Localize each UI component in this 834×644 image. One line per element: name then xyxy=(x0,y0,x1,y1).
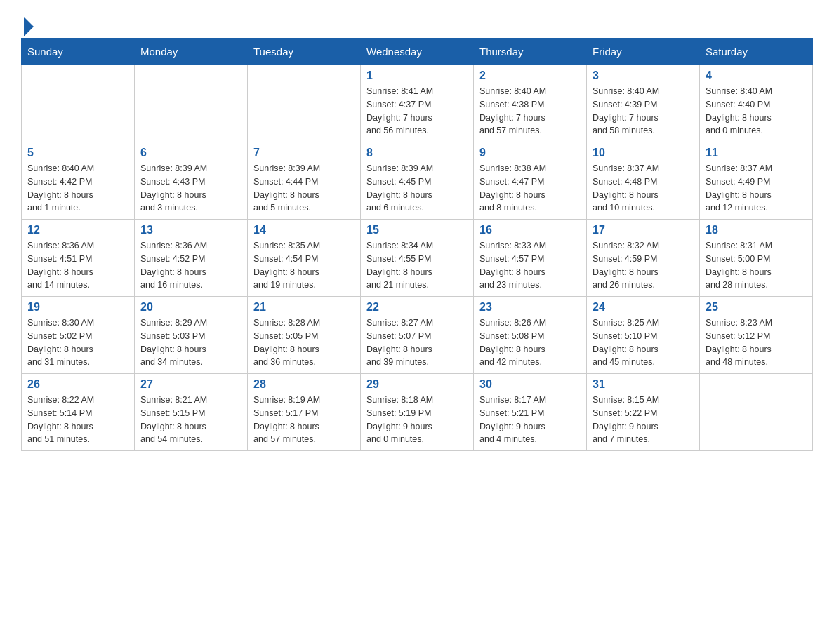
calendar-day-25: 25Sunrise: 8:23 AM Sunset: 5:12 PM Dayli… xyxy=(700,297,813,374)
day-number: 17 xyxy=(593,224,694,236)
calendar-day-4: 4Sunrise: 8:40 AM Sunset: 4:40 PM Daylig… xyxy=(700,65,813,142)
calendar-day-19: 19Sunrise: 8:30 AM Sunset: 5:02 PM Dayli… xyxy=(22,297,135,374)
day-info: Sunrise: 8:18 AM Sunset: 5:19 PM Dayligh… xyxy=(366,394,468,446)
weekday-header-row: SundayMondayTuesdayWednesdayThursdayFrid… xyxy=(22,39,813,65)
calendar-empty-cell xyxy=(135,65,248,142)
day-info: Sunrise: 8:25 AM Sunset: 5:10 PM Dayligh… xyxy=(593,316,694,369)
day-number: 7 xyxy=(253,147,355,159)
calendar-day-26: 26Sunrise: 8:22 AM Sunset: 5:14 PM Dayli… xyxy=(22,374,135,451)
calendar-day-17: 17Sunrise: 8:32 AM Sunset: 4:59 PM Dayli… xyxy=(587,220,700,297)
day-info: Sunrise: 8:40 AM Sunset: 4:42 PM Dayligh… xyxy=(27,162,128,215)
day-number: 24 xyxy=(593,301,694,314)
day-number: 21 xyxy=(253,301,355,314)
calendar-week-row: 12Sunrise: 8:36 AM Sunset: 4:51 PM Dayli… xyxy=(22,220,813,297)
day-info: Sunrise: 8:36 AM Sunset: 4:52 PM Dayligh… xyxy=(140,239,241,292)
calendar-day-29: 29Sunrise: 8:18 AM Sunset: 5:19 PM Dayli… xyxy=(361,374,474,451)
weekday-header-monday: Monday xyxy=(135,39,248,65)
day-info: Sunrise: 8:21 AM Sunset: 5:15 PM Dayligh… xyxy=(140,394,241,446)
calendar-day-24: 24Sunrise: 8:25 AM Sunset: 5:10 PM Dayli… xyxy=(587,297,700,374)
day-number: 10 xyxy=(593,147,694,159)
day-number: 14 xyxy=(253,224,355,236)
day-number: 11 xyxy=(706,147,807,159)
day-info: Sunrise: 8:22 AM Sunset: 5:14 PM Dayligh… xyxy=(27,394,128,446)
calendar-day-18: 18Sunrise: 8:31 AM Sunset: 5:00 PM Dayli… xyxy=(700,220,813,297)
calendar-day-15: 15Sunrise: 8:34 AM Sunset: 4:55 PM Dayli… xyxy=(361,220,474,297)
calendar-week-row: 19Sunrise: 8:30 AM Sunset: 5:02 PM Dayli… xyxy=(22,297,813,374)
day-info: Sunrise: 8:33 AM Sunset: 4:57 PM Dayligh… xyxy=(479,239,581,292)
page-header xyxy=(21,14,813,31)
weekday-header-friday: Friday xyxy=(587,39,700,65)
day-info: Sunrise: 8:23 AM Sunset: 5:12 PM Dayligh… xyxy=(706,316,807,369)
day-info: Sunrise: 8:39 AM Sunset: 4:43 PM Dayligh… xyxy=(140,162,241,215)
calendar-day-16: 16Sunrise: 8:33 AM Sunset: 4:57 PM Dayli… xyxy=(474,220,587,297)
weekday-header-thursday: Thursday xyxy=(474,39,587,65)
day-info: Sunrise: 8:29 AM Sunset: 5:03 PM Dayligh… xyxy=(140,316,241,369)
day-number: 18 xyxy=(706,224,807,236)
day-info: Sunrise: 8:40 AM Sunset: 4:40 PM Dayligh… xyxy=(706,85,807,137)
logo-arrow-icon xyxy=(24,17,34,36)
calendar-week-row: 5Sunrise: 8:40 AM Sunset: 4:42 PM Daylig… xyxy=(22,142,813,220)
day-info: Sunrise: 8:27 AM Sunset: 5:07 PM Dayligh… xyxy=(366,316,468,369)
day-info: Sunrise: 8:38 AM Sunset: 4:47 PM Dayligh… xyxy=(479,162,581,215)
day-info: Sunrise: 8:30 AM Sunset: 5:02 PM Dayligh… xyxy=(27,316,128,369)
day-info: Sunrise: 8:28 AM Sunset: 5:05 PM Dayligh… xyxy=(253,316,355,369)
day-info: Sunrise: 8:17 AM Sunset: 5:21 PM Dayligh… xyxy=(479,394,581,446)
day-number: 22 xyxy=(366,301,468,314)
day-info: Sunrise: 8:35 AM Sunset: 4:54 PM Dayligh… xyxy=(253,239,355,292)
calendar-day-9: 9Sunrise: 8:38 AM Sunset: 4:47 PM Daylig… xyxy=(474,142,587,220)
day-number: 27 xyxy=(140,378,241,391)
calendar-day-13: 13Sunrise: 8:36 AM Sunset: 4:52 PM Dayli… xyxy=(135,220,248,297)
day-info: Sunrise: 8:40 AM Sunset: 4:38 PM Dayligh… xyxy=(479,85,581,137)
calendar-day-10: 10Sunrise: 8:37 AM Sunset: 4:48 PM Dayli… xyxy=(587,142,700,220)
weekday-header-wednesday: Wednesday xyxy=(361,39,474,65)
day-info: Sunrise: 8:36 AM Sunset: 4:51 PM Dayligh… xyxy=(27,239,128,292)
day-number: 6 xyxy=(140,147,241,159)
day-info: Sunrise: 8:39 AM Sunset: 4:45 PM Dayligh… xyxy=(366,162,468,215)
calendar-day-12: 12Sunrise: 8:36 AM Sunset: 4:51 PM Dayli… xyxy=(22,220,135,297)
calendar-day-8: 8Sunrise: 8:39 AM Sunset: 4:45 PM Daylig… xyxy=(361,142,474,220)
day-number: 26 xyxy=(27,378,128,391)
day-info: Sunrise: 8:41 AM Sunset: 4:37 PM Dayligh… xyxy=(366,85,468,137)
day-number: 8 xyxy=(366,147,468,159)
day-info: Sunrise: 8:32 AM Sunset: 4:59 PM Dayligh… xyxy=(593,239,694,292)
day-number: 16 xyxy=(479,224,581,236)
calendar-day-20: 20Sunrise: 8:29 AM Sunset: 5:03 PM Dayli… xyxy=(135,297,248,374)
calendar-day-31: 31Sunrise: 8:15 AM Sunset: 5:22 PM Dayli… xyxy=(587,374,700,451)
calendar-day-27: 27Sunrise: 8:21 AM Sunset: 5:15 PM Dayli… xyxy=(135,374,248,451)
calendar-day-11: 11Sunrise: 8:37 AM Sunset: 4:49 PM Dayli… xyxy=(700,142,813,220)
day-number: 9 xyxy=(479,147,581,159)
calendar-week-row: 26Sunrise: 8:22 AM Sunset: 5:14 PM Dayli… xyxy=(22,374,813,451)
calendar-day-14: 14Sunrise: 8:35 AM Sunset: 4:54 PM Dayli… xyxy=(248,220,361,297)
calendar-day-28: 28Sunrise: 8:19 AM Sunset: 5:17 PM Dayli… xyxy=(248,374,361,451)
day-number: 25 xyxy=(706,301,807,314)
weekday-header-sunday: Sunday xyxy=(22,39,135,65)
day-number: 5 xyxy=(27,147,128,159)
calendar-week-row: 1Sunrise: 8:41 AM Sunset: 4:37 PM Daylig… xyxy=(22,65,813,142)
weekday-header-tuesday: Tuesday xyxy=(248,39,361,65)
day-info: Sunrise: 8:19 AM Sunset: 5:17 PM Dayligh… xyxy=(253,394,355,446)
calendar-day-6: 6Sunrise: 8:39 AM Sunset: 4:43 PM Daylig… xyxy=(135,142,248,220)
calendar-day-7: 7Sunrise: 8:39 AM Sunset: 4:44 PM Daylig… xyxy=(248,142,361,220)
calendar-day-3: 3Sunrise: 8:40 AM Sunset: 4:39 PM Daylig… xyxy=(587,65,700,142)
day-info: Sunrise: 8:39 AM Sunset: 4:44 PM Dayligh… xyxy=(253,162,355,215)
calendar-day-2: 2Sunrise: 8:40 AM Sunset: 4:38 PM Daylig… xyxy=(474,65,587,142)
calendar-empty-cell xyxy=(22,65,135,142)
day-number: 12 xyxy=(27,224,128,236)
day-number: 31 xyxy=(593,378,694,391)
calendar-empty-cell xyxy=(248,65,361,142)
day-number: 15 xyxy=(366,224,468,236)
logo xyxy=(21,14,34,31)
day-info: Sunrise: 8:26 AM Sunset: 5:08 PM Dayligh… xyxy=(479,316,581,369)
day-number: 1 xyxy=(366,69,468,82)
calendar-day-21: 21Sunrise: 8:28 AM Sunset: 5:05 PM Dayli… xyxy=(248,297,361,374)
day-info: Sunrise: 8:15 AM Sunset: 5:22 PM Dayligh… xyxy=(593,394,694,446)
day-number: 20 xyxy=(140,301,241,314)
day-info: Sunrise: 8:37 AM Sunset: 4:49 PM Dayligh… xyxy=(706,162,807,215)
calendar-day-23: 23Sunrise: 8:26 AM Sunset: 5:08 PM Dayli… xyxy=(474,297,587,374)
calendar-day-22: 22Sunrise: 8:27 AM Sunset: 5:07 PM Dayli… xyxy=(361,297,474,374)
day-number: 2 xyxy=(479,69,581,82)
day-number: 23 xyxy=(479,301,581,314)
day-info: Sunrise: 8:34 AM Sunset: 4:55 PM Dayligh… xyxy=(366,239,468,292)
day-info: Sunrise: 8:40 AM Sunset: 4:39 PM Dayligh… xyxy=(593,85,694,137)
calendar-day-5: 5Sunrise: 8:40 AM Sunset: 4:42 PM Daylig… xyxy=(22,142,135,220)
